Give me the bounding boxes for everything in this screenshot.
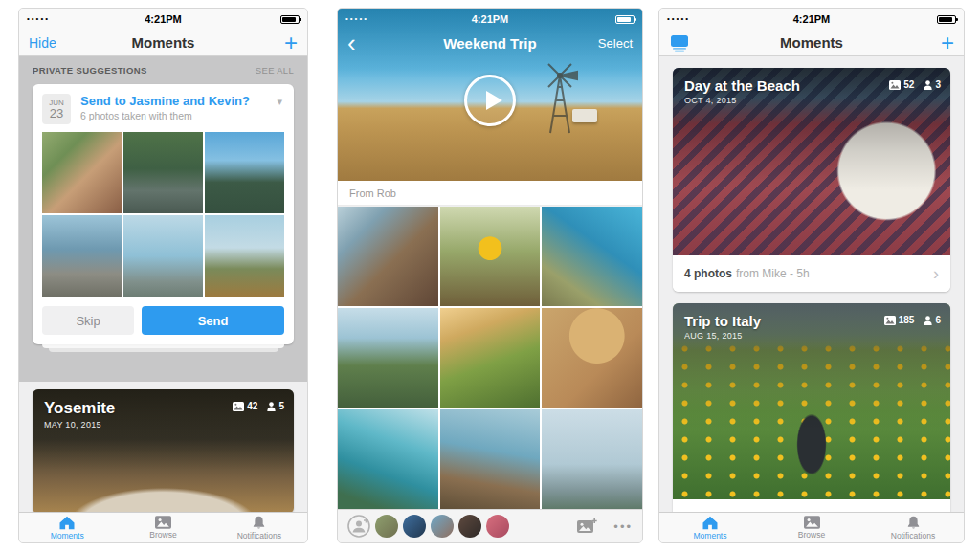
photo-count: 185 [884, 315, 915, 325]
person-count-icon [267, 402, 276, 411]
avatar[interactable] [403, 515, 426, 538]
add-photo-icon [577, 518, 597, 534]
status-bar: ••••• 4:21PM [338, 9, 642, 30]
photo-thumb[interactable] [42, 215, 122, 297]
add-moment-button[interactable]: + [941, 33, 954, 53]
add-person-icon [347, 515, 370, 538]
nav-bar: ‹ Weekend Trip Select [338, 30, 642, 56]
more-options-button[interactable]: ••• [613, 519, 633, 534]
moments-feed: Day at the Beach OCT 4, 2015 52 3 4 phot… [659, 56, 964, 542]
battery-icon [937, 15, 956, 24]
add-moment-button[interactable]: + [284, 33, 298, 53]
avatar[interactable] [458, 515, 481, 538]
tab-bar: Moments Browse Notifications [19, 512, 307, 542]
status-bar: ••••• 4:21PM [19, 9, 307, 30]
photo-thumb[interactable] [42, 132, 122, 213]
status-time: 4:21PM [338, 13, 642, 25]
add-photos-button[interactable] [577, 518, 597, 534]
photo-thumb[interactable] [338, 308, 438, 408]
footer-photos: 4 photos [684, 267, 732, 280]
date-day: 23 [50, 107, 63, 121]
see-all-link[interactable]: SEE ALL [256, 65, 294, 76]
photo-thumb[interactable] [542, 308, 642, 408]
photo-thumb[interactable] [123, 215, 203, 297]
trip-photo-grid [338, 207, 642, 509]
status-bar: ••••• 4:21PM [659, 9, 964, 30]
people-count: 6 [924, 315, 941, 325]
phone-mockup-weekend-trip: ••••• 4:21PM ‹ Weekend Trip Select From … [337, 8, 643, 543]
footer-source: from Mike - 5h [736, 267, 810, 280]
photo-thumb[interactable] [542, 409, 642, 509]
browse-photos-icon [155, 516, 171, 529]
tab-bar: Moments Browse Notifications [659, 512, 964, 542]
status-time: 4:21PM [659, 13, 964, 25]
battery-icon [615, 15, 635, 24]
avatar[interactable] [431, 515, 454, 538]
bell-icon [906, 516, 921, 530]
photo-thumb[interactable] [440, 409, 541, 509]
home-icon [58, 516, 76, 530]
moment-card-yosemite[interactable]: Yosemite MAY 10, 2015 42 5 [33, 389, 294, 514]
moment-date: AUG 15, 2015 [684, 331, 761, 341]
participants-bar: ••• [338, 509, 642, 542]
chevron-down-icon[interactable]: ▾ [275, 94, 284, 110]
photo-thumb[interactable] [338, 409, 438, 509]
browse-photos-icon [804, 516, 820, 529]
photo-count-icon [889, 80, 901, 90]
photo-thumb[interactable] [205, 132, 284, 213]
phone-mockup-moments-suggestions: ••••• 4:21PM Hide Moments + PRIVATE SUGG… [18, 8, 308, 543]
moment-title: Trip to Italy [684, 313, 761, 329]
select-button[interactable]: Select [598, 36, 633, 51]
photo-thumb[interactable] [338, 207, 438, 306]
add-person-button[interactable] [347, 515, 370, 538]
suggestion-photo-grid [42, 132, 284, 297]
play-button[interactable] [464, 75, 516, 126]
photo-count: 52 [889, 79, 914, 90]
photo-thumb[interactable] [542, 207, 642, 306]
nav-bar: Moments + [659, 30, 964, 56]
home-icon [702, 516, 719, 530]
private-suggestions-label: PRIVATE SUGGESTIONS [33, 65, 147, 76]
photo-thumb[interactable] [440, 308, 541, 408]
phone-mockup-moments-feed: ••••• 4:21PM Moments + Day at the Beach … [658, 8, 965, 543]
tab-moments[interactable]: Moments [19, 513, 115, 542]
shed [572, 109, 597, 122]
moment-date: MAY 10, 2015 [44, 420, 115, 430]
battery-icon [280, 15, 300, 24]
status-time: 4:21PM [19, 13, 307, 25]
moment-card-beach[interactable]: Day at the Beach OCT 4, 2015 52 3 4 phot… [673, 68, 950, 292]
moment-title: Yosemite [44, 399, 115, 418]
page-title: Weekend Trip [338, 35, 642, 52]
person-count-icon [924, 80, 932, 90]
bell-icon [252, 516, 266, 530]
back-button[interactable]: ‹ [347, 33, 356, 53]
photo-thumb[interactable] [123, 132, 203, 213]
hide-button[interactable]: Hide [29, 35, 56, 51]
moment-photo: Trip to Italy AUG 15, 2015 185 6 [673, 303, 950, 499]
skip-button[interactable]: Skip [42, 306, 134, 335]
video-hero[interactable]: ••••• 4:21PM ‹ Weekend Trip Select [338, 9, 642, 181]
avatar[interactable] [486, 515, 509, 538]
page-title: Moments [19, 34, 307, 51]
avatar[interactable] [375, 515, 398, 538]
tab-browse[interactable]: Browse [761, 513, 862, 542]
card-stack-edge [48, 348, 278, 352]
photo-thumb[interactable] [205, 215, 284, 297]
tab-notifications[interactable]: Notifications [862, 513, 964, 542]
moment-footer[interactable]: 4 photos from Mike - 5h › [673, 255, 950, 292]
moment-photo: Day at the Beach OCT 4, 2015 52 3 [673, 68, 950, 255]
tab-moments[interactable]: Moments [659, 513, 761, 542]
page-title: Moments [659, 34, 964, 51]
nav-bar: Hide Moments + [19, 30, 307, 56]
from-rob-row: From Rob [338, 181, 642, 206]
chevron-right-icon: › [933, 265, 939, 282]
photo-thumb[interactable] [440, 207, 541, 306]
tab-notifications[interactable]: Notifications [212, 513, 307, 542]
send-button[interactable]: Send [142, 306, 284, 335]
date-badge: JUN 23 [42, 94, 71, 124]
people-count: 5 [267, 401, 284, 411]
suggestion-subtitle: 6 photos taken with them [80, 110, 250, 121]
tab-browse[interactable]: Browse [115, 513, 211, 542]
suggestion-title[interactable]: Send to Jasmine and Kevin? [80, 94, 250, 109]
moment-card-italy[interactable]: Trip to Italy AUG 15, 2015 185 6 4 photo… [673, 303, 950, 536]
